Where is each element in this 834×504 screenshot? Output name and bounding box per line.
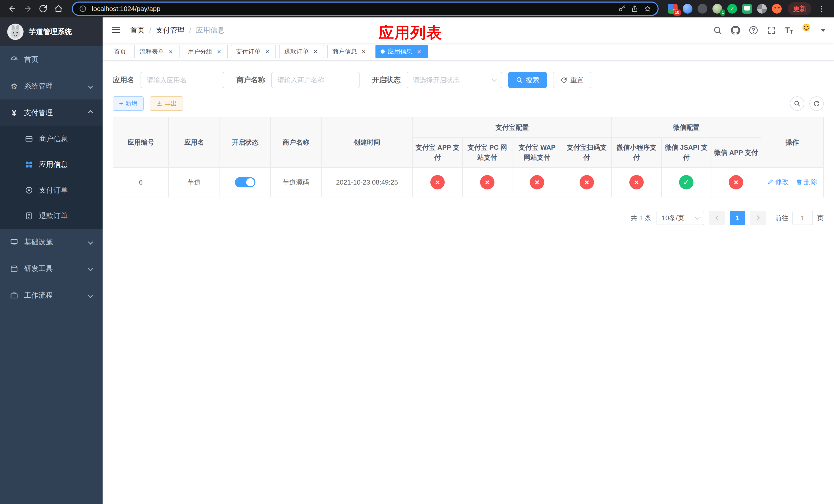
column-header-wx-app: 微信 APP 支付 <box>711 138 761 167</box>
url-text[interactable]: localhost:1024/pay/app <box>92 5 613 13</box>
annotation-title: 应用列表 <box>378 23 442 43</box>
app-logo[interactable]: 芋道管理系统 <box>0 18 103 46</box>
github-icon[interactable] <box>731 26 740 35</box>
delete-link[interactable]: 删除 <box>796 177 817 186</box>
cell-created: 2021-10-23 08:49:25 <box>321 167 413 197</box>
close-icon[interactable]: × <box>264 48 271 55</box>
sidebar-item-system[interactable]: ⚙ 系统管理 <box>0 73 103 99</box>
close-icon[interactable]: × <box>215 48 223 55</box>
address-bar[interactable]: localhost:1024/pay/app <box>72 2 659 16</box>
page-size-select[interactable]: 10条/页 <box>657 211 704 225</box>
sidebar-item-merchant-info[interactable]: 商户信息 <box>0 126 103 152</box>
browser-home-button[interactable] <box>51 2 66 16</box>
bookmark-star-icon[interactable] <box>644 5 652 13</box>
app-name-input[interactable] <box>147 76 218 84</box>
breadcrumb-separator: / <box>149 26 151 35</box>
sidebar-item-payment[interactable]: ¥ 支付管理 <box>0 99 103 126</box>
extension-icon-green-check[interactable]: ✓ <box>727 4 737 14</box>
next-page-button[interactable] <box>750 211 766 225</box>
tab-user-group[interactable]: 用户分组× <box>182 45 228 58</box>
breadcrumb-home[interactable]: 首页 <box>130 25 145 35</box>
status-toggle[interactable] <box>235 177 256 187</box>
close-icon[interactable]: × <box>360 48 367 55</box>
search-icon[interactable] <box>713 26 722 35</box>
sidebar-item-infrastructure[interactable]: 基础设施 <box>0 229 103 255</box>
breadcrumb-section[interactable]: 支付管理 <box>156 25 185 35</box>
cell-alipay-app: × <box>413 167 462 197</box>
export-button[interactable]: 导出 <box>150 96 183 111</box>
browser-back-button[interactable] <box>5 2 20 16</box>
extension-icon-chat[interactable] <box>742 4 752 14</box>
table-row: 6 芋道 芋道源码 2021-10-23 08:49:25 × × × × × <box>113 167 824 197</box>
sidebar-item-workflow[interactable]: 工作流程 <box>0 282 103 308</box>
extension-icon-face[interactable] <box>772 4 782 14</box>
sidebar-collapse-icon[interactable] <box>111 25 122 36</box>
status-select-placeholder: 请选择开启状态 <box>413 76 460 85</box>
emoji-avatar-icon <box>802 23 811 32</box>
extension-icon-pinwheel[interactable] <box>757 4 767 14</box>
pagination: 共 1 条 10条/页 1 前往 页 <box>113 211 824 225</box>
add-button[interactable]: + 新增 <box>113 96 144 111</box>
cell-wx-app: × <box>711 167 761 197</box>
browser-update-button[interactable]: 更新 <box>788 2 811 15</box>
sidebar-item-label: 支付订单 <box>39 185 68 195</box>
sidebar-item-app-info[interactable]: 应用信息 <box>0 152 103 177</box>
site-info-icon[interactable] <box>79 5 87 13</box>
column-header-name: 应用名 <box>169 117 220 167</box>
close-icon[interactable]: × <box>167 48 174 55</box>
extension-badge: 1 <box>720 9 725 16</box>
extension-icon-avatar[interactable]: 1 <box>712 4 722 14</box>
jump-page-input[interactable] <box>792 211 813 225</box>
tab-process-form[interactable]: 流程表单× <box>134 45 179 58</box>
sidebar-item-refund-order[interactable]: 退款订单 <box>0 203 103 229</box>
share-icon[interactable] <box>631 5 639 13</box>
close-icon[interactable]: × <box>415 48 423 55</box>
merchant-name-input[interactable] <box>278 76 353 84</box>
tab-pay-order[interactable]: 支付订单× <box>231 45 276 58</box>
tab-refund-order[interactable]: 退款订单× <box>279 45 324 58</box>
password-key-icon[interactable] <box>618 5 626 13</box>
column-header-alipay-pc: 支付宝 PC 网站支付 <box>462 138 512 167</box>
cell-status <box>220 167 270 197</box>
fullscreen-icon[interactable] <box>767 26 776 35</box>
prev-page-button[interactable] <box>709 211 725 225</box>
page-content: 应用名 商户名称 开启状态 请选择开启状态 <box>103 61 834 504</box>
cell-wx-jsapi: ✓ <box>661 167 711 197</box>
browser-reload-button[interactable] <box>36 2 50 16</box>
browser-forward-button[interactable] <box>21 2 35 16</box>
extension-icon-dark-circle[interactable] <box>698 4 707 14</box>
reset-button[interactable]: 重置 <box>553 72 591 88</box>
font-size-icon[interactable]: TT <box>785 26 793 35</box>
toggle-search-button[interactable] <box>790 96 804 111</box>
extension-icon-colorful[interactable]: 10 <box>668 4 678 14</box>
gear-icon: ⚙ <box>10 82 19 91</box>
status-select[interactable]: 请选择开启状态 <box>407 72 502 88</box>
cell-id: 6 <box>113 167 169 197</box>
user-menu[interactable] <box>802 23 826 38</box>
logo-avatar <box>7 24 24 40</box>
user-avatar[interactable] <box>802 23 817 38</box>
close-icon[interactable]: × <box>312 48 319 55</box>
tab-app-info[interactable]: 应用信息× <box>375 45 428 58</box>
sidebar-item-pay-order[interactable]: 支付订单 <box>0 177 103 203</box>
document-icon <box>25 211 33 220</box>
refresh-icon <box>813 100 820 107</box>
edit-link[interactable]: 修改 <box>767 177 789 186</box>
extension-icon-drop[interactable] <box>683 4 693 14</box>
tab-merchant-info[interactable]: 商户信息× <box>327 45 372 58</box>
refresh-table-button[interactable] <box>809 96 824 111</box>
chevron-right-icon <box>755 215 760 221</box>
tab-home[interactable]: 首页 <box>109 45 131 58</box>
browser-menu-icon[interactable]: ⋮ <box>814 4 829 14</box>
column-header-actions: 操作 <box>761 117 824 167</box>
status-cross-icon: × <box>729 175 743 189</box>
chevron-left-icon <box>715 215 720 221</box>
page-number-button[interactable]: 1 <box>730 211 745 225</box>
pencil-icon <box>767 179 774 185</box>
column-header-merchant: 商户名称 <box>270 117 321 167</box>
help-icon[interactable] <box>749 26 758 35</box>
sidebar-item-home[interactable]: 首页 <box>0 46 103 73</box>
sidebar-item-dev-tools[interactable]: 研发工具 <box>0 255 103 282</box>
jump-suffix: 页 <box>817 213 824 223</box>
search-button[interactable]: 搜索 <box>508 72 547 88</box>
